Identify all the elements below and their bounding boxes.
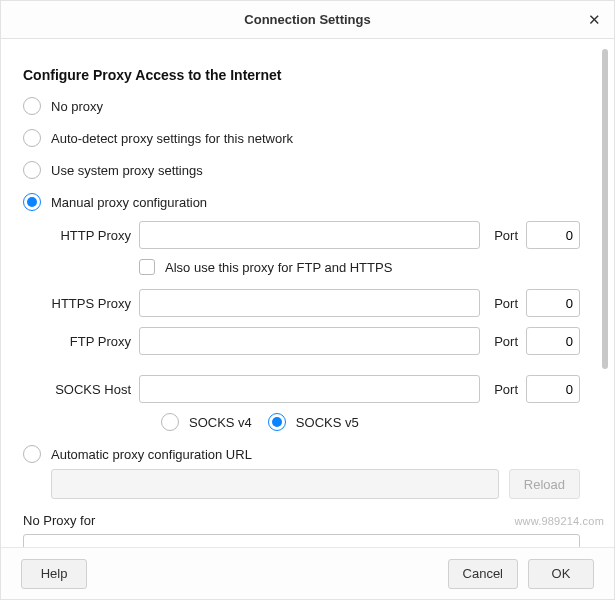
https-proxy-label: HTTPS Proxy bbox=[45, 296, 131, 311]
auto-config-url-input bbox=[51, 469, 499, 499]
radio-icon[interactable] bbox=[23, 129, 41, 147]
option-manual-proxy[interactable]: Manual proxy configuration bbox=[23, 193, 580, 211]
reload-button: Reload bbox=[509, 469, 580, 499]
socks-host-label: SOCKS Host bbox=[45, 382, 131, 397]
ftp-proxy-label: FTP Proxy bbox=[45, 334, 131, 349]
https-proxy-row: HTTPS Proxy Port bbox=[45, 289, 580, 317]
option-label: Auto-detect proxy settings for this netw… bbox=[51, 131, 293, 146]
option-label: Manual proxy configuration bbox=[51, 195, 207, 210]
share-proxy-row[interactable]: Also use this proxy for FTP and HTTPS bbox=[45, 259, 580, 275]
socks-port-input[interactable] bbox=[526, 375, 580, 403]
radio-icon[interactable] bbox=[23, 445, 41, 463]
radio-icon[interactable] bbox=[23, 193, 41, 211]
socks-host-input[interactable] bbox=[139, 375, 480, 403]
socks-v5-label: SOCKS v5 bbox=[296, 415, 359, 430]
vertical-scrollbar[interactable] bbox=[602, 49, 608, 537]
close-icon[interactable]: ✕ bbox=[586, 12, 602, 28]
port-label: Port bbox=[494, 334, 518, 349]
socks-version-row: SOCKS v4 SOCKS v5 bbox=[45, 413, 580, 431]
ftp-proxy-row: FTP Proxy Port bbox=[45, 327, 580, 355]
option-no-proxy[interactable]: No proxy bbox=[23, 97, 580, 115]
ftp-proxy-host-input[interactable] bbox=[139, 327, 480, 355]
cancel-button[interactable]: Cancel bbox=[448, 559, 518, 589]
port-label: Port bbox=[494, 228, 518, 243]
help-button[interactable]: Help bbox=[21, 559, 87, 589]
option-label: Use system proxy settings bbox=[51, 163, 203, 178]
ftp-proxy-port-input[interactable] bbox=[526, 327, 580, 355]
socks-v4-label: SOCKS v4 bbox=[189, 415, 252, 430]
http-proxy-label: HTTP Proxy bbox=[45, 228, 131, 243]
no-proxy-for-input[interactable] bbox=[23, 534, 580, 547]
socks-host-row: SOCKS Host Port bbox=[45, 375, 580, 403]
manual-proxy-fields: HTTP Proxy Port Also use this proxy for … bbox=[23, 221, 580, 431]
http-proxy-port-input[interactable] bbox=[526, 221, 580, 249]
scrollbar-thumb[interactable] bbox=[602, 49, 608, 369]
https-proxy-host-input[interactable] bbox=[139, 289, 480, 317]
option-label: Automatic proxy configuration URL bbox=[51, 447, 252, 462]
port-label: Port bbox=[494, 382, 518, 397]
dialog-title: Connection Settings bbox=[244, 12, 370, 27]
socks-v4-option[interactable]: SOCKS v4 bbox=[161, 413, 252, 431]
section-heading: Configure Proxy Access to the Internet bbox=[23, 67, 580, 83]
ok-button[interactable]: OK bbox=[528, 559, 594, 589]
option-auto-config-url[interactable]: Automatic proxy configuration URL bbox=[23, 445, 580, 463]
radio-icon[interactable] bbox=[161, 413, 179, 431]
radio-icon[interactable] bbox=[23, 97, 41, 115]
radio-icon[interactable] bbox=[23, 161, 41, 179]
option-auto-detect[interactable]: Auto-detect proxy settings for this netw… bbox=[23, 129, 580, 147]
http-proxy-row: HTTP Proxy Port bbox=[45, 221, 580, 249]
share-proxy-checkbox[interactable] bbox=[139, 259, 155, 275]
socks-v5-option[interactable]: SOCKS v5 bbox=[268, 413, 359, 431]
share-proxy-label: Also use this proxy for FTP and HTTPS bbox=[165, 260, 392, 275]
no-proxy-for-label: No Proxy for bbox=[23, 513, 580, 528]
content: Configure Proxy Access to the Internet N… bbox=[1, 39, 602, 547]
port-label: Port bbox=[494, 296, 518, 311]
connection-settings-dialog: Connection Settings ✕ Configure Proxy Ac… bbox=[0, 0, 615, 600]
https-proxy-port-input[interactable] bbox=[526, 289, 580, 317]
http-proxy-host-input[interactable] bbox=[139, 221, 480, 249]
option-label: No proxy bbox=[51, 99, 103, 114]
content-wrap: Configure Proxy Access to the Internet N… bbox=[1, 39, 614, 547]
auto-config-url-block: Reload bbox=[23, 469, 580, 499]
radio-icon[interactable] bbox=[268, 413, 286, 431]
titlebar: Connection Settings ✕ bbox=[1, 1, 614, 39]
dialog-footer: Help Cancel OK bbox=[1, 547, 614, 599]
option-system-proxy[interactable]: Use system proxy settings bbox=[23, 161, 580, 179]
